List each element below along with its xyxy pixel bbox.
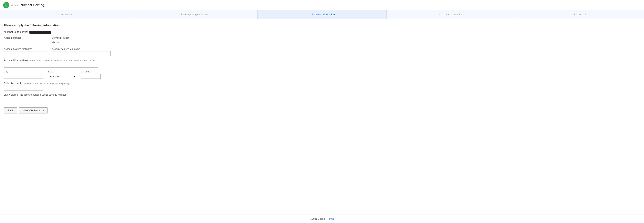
step-confirm-transaction[interactable]: 4. Confirm transaction: [386, 10, 516, 19]
terms-link[interactable]: Terms: [328, 218, 334, 220]
billing-pin-section: Billing Account Pin The Pin for the Veri…: [4, 82, 640, 90]
account-number-label: Account number: [4, 36, 47, 39]
step-check-number[interactable]: 1. Check number: [0, 10, 129, 19]
zip-label: Zip code: [81, 70, 101, 73]
svg-point-1: [6, 4, 7, 6]
page-title: Number Porting: [20, 3, 44, 7]
header: Voice Number Porting: [0, 0, 644, 10]
account-number-group: Account number: [4, 36, 47, 45]
google-voice-icon: [3, 2, 10, 8]
first-name-input[interactable]: [4, 51, 47, 56]
back-button[interactable]: Back: [4, 108, 17, 114]
first-name-label: Account holder's first name: [4, 48, 47, 50]
step-checkout[interactable]: 5. Checkout: [515, 10, 644, 19]
billing-pin-label: Billing Account Pin: [4, 82, 23, 85]
ssn-input[interactable]: [4, 97, 43, 102]
number-ported-label: Number to be ported:: [4, 30, 28, 33]
city-state-zip-row: City State Alabama Alaska Arizona Arkans…: [4, 70, 640, 79]
service-provider-label: Service provider: [52, 36, 69, 39]
steps-navigation: 1. Check number 2. Review porting condit…: [0, 10, 644, 19]
address-hint: Address must not be a P.O.Box and must s…: [29, 59, 96, 62]
state-select[interactable]: Alabama Alaska Arizona Arkansas Californ…: [48, 74, 76, 79]
ssn-section: Last 4 digits of the account holder's So…: [4, 93, 640, 102]
billing-pin-hint: The Pin for the Verizon number you are p…: [24, 82, 72, 84]
address-label: Account billing address: [4, 59, 28, 62]
last-name-input[interactable]: [52, 51, 111, 56]
city-input[interactable]: [4, 74, 43, 79]
page-heading: Please supply the following information: [4, 24, 640, 27]
logo-area: Voice Number Porting: [3, 2, 44, 8]
city-label: City: [4, 70, 43, 73]
zip-input[interactable]: [81, 74, 101, 79]
last-name-group: Account holder's last name: [52, 48, 111, 56]
step-review-porting[interactable]: 2. Review porting conditions: [129, 10, 258, 19]
number-ported-row: Number to be ported:: [4, 30, 640, 34]
zip-group: Zip code: [81, 70, 101, 79]
address-section: Account billing addressAddress must not …: [4, 59, 640, 68]
button-row: Back Next: Confirmation: [4, 108, 640, 114]
number-redacted: [30, 30, 51, 34]
next-confirmation-button[interactable]: Next: Confirmation: [19, 108, 48, 114]
footer-copyright: ©2021 Google -: [310, 218, 328, 220]
service-provider-group: Service provider Verizon: [52, 36, 69, 44]
name-row: Account holder's first name Account hold…: [4, 48, 640, 56]
step-account-info[interactable]: 3. Account information: [258, 10, 386, 19]
billing-pin-input[interactable]: [4, 86, 43, 90]
first-name-group: Account holder's first name: [4, 48, 47, 56]
address-input[interactable]: [4, 62, 98, 68]
main-content: Please supply the following information …: [0, 19, 644, 214]
state-label: State: [48, 70, 76, 73]
voice-label: Voice: [11, 4, 18, 7]
account-service-row: Account number Service provider Verizon: [4, 36, 640, 45]
footer: ©2021 Google - Terms: [0, 214, 644, 223]
service-provider-value: Verizon: [52, 41, 69, 44]
last-name-label: Account holder's last name: [52, 48, 111, 50]
city-group: City: [4, 70, 43, 79]
state-group: State Alabama Alaska Arizona Arkansas Ca…: [48, 70, 76, 79]
ssn-label: Last 4 digits of the account holder's So…: [4, 94, 66, 96]
account-number-input[interactable]: [4, 40, 47, 45]
